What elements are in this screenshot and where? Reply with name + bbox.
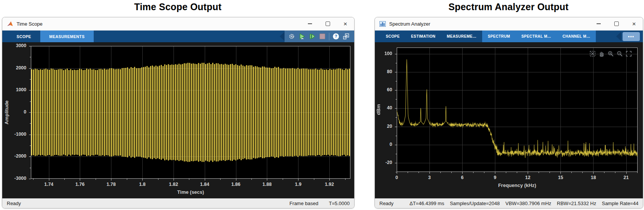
dock-icon[interactable] xyxy=(343,33,350,40)
spectrum-analyzer-window: Spectrum Analyzer × SCOPEESTIMATIONMEASU… xyxy=(375,17,643,208)
x-tick-label: 1.88 xyxy=(262,182,271,187)
status-value: ΔT=46.4399 ms xyxy=(410,201,444,206)
x-tick-label: 1.76 xyxy=(75,182,84,187)
x-axis-label: Time (secs) xyxy=(31,189,350,195)
tab-measurements[interactable]: MEASUREMENTS xyxy=(40,31,94,42)
spectrum-analyzer-app-icon xyxy=(379,21,386,27)
status-value: T=5.0000 xyxy=(329,201,350,206)
fit-view-icon[interactable] xyxy=(589,51,596,57)
time-scope-plot-canvas xyxy=(28,43,353,182)
step-forward-icon[interactable] xyxy=(309,33,316,40)
x-tick-label: 1.9 xyxy=(295,182,301,187)
plot-zoom-toolbar xyxy=(589,51,632,57)
spectrum-tab-bar-dark: SCOPEESTIMATIONMEASUREME… xyxy=(380,31,482,42)
status-value: RBW=21.5332 Hz xyxy=(557,201,596,206)
window-title: Spectrum Analyzer xyxy=(389,21,430,27)
window-controls: × xyxy=(301,17,354,30)
status-value: Samples/Update=2048 xyxy=(450,201,500,206)
collapse-chevron-icon xyxy=(280,32,285,41)
y-axis-label: Amplitude xyxy=(3,46,9,179)
x-axis-label: Frequency (kHz) xyxy=(397,182,638,188)
status-value: Frame based xyxy=(289,201,318,206)
scope-run-controls: ? xyxy=(285,31,354,42)
spectrum-statusbar: Ready ΔT=46.4399 msSamples/Update=2048VB… xyxy=(375,198,643,208)
spectrum-analyzer-titlebar[interactable]: Spectrum Analyzer × xyxy=(375,17,643,31)
tab-scope[interactable]: SCOPE xyxy=(8,31,40,42)
x-tick-label: 0 xyxy=(396,175,398,180)
time-scope-heading: Time Scope Output xyxy=(2,2,354,12)
spectrum-analyzer-toolstrip: SCOPEESTIMATIONMEASUREME… SPECTRUMSPECTR… xyxy=(375,31,643,42)
zoom-out-icon[interactable] xyxy=(617,51,623,57)
x-tick-label: 9 xyxy=(494,175,496,180)
close-button[interactable]: × xyxy=(625,17,643,30)
x-tick-label: 1.78 xyxy=(107,182,116,187)
time-scope-toolstrip: SCOPEMEASUREMENTS ? xyxy=(2,31,354,42)
close-button[interactable]: × xyxy=(336,17,354,30)
close-icon: × xyxy=(344,21,347,27)
status-text: Ready xyxy=(379,201,410,206)
status-measurement-segments: ΔT=46.4399 msSamples/Update=2048VBW=380.… xyxy=(410,201,638,206)
tab-spectral-m[interactable]: SPECTRAL M… xyxy=(516,31,557,42)
pan-icon[interactable] xyxy=(598,51,605,57)
minimize-icon xyxy=(308,23,312,24)
x-tick-label: 3 xyxy=(428,175,431,180)
expand-icon[interactable] xyxy=(626,51,632,57)
spectrum-analyzer-heading: Spectrum Analyzer Output xyxy=(375,2,642,12)
help-icon[interactable]: ? xyxy=(332,33,340,40)
status-text: Ready xyxy=(7,201,37,206)
x-tick-label: 6 xyxy=(461,175,464,180)
run-icon[interactable] xyxy=(298,33,306,40)
minimize-icon xyxy=(597,23,601,24)
window-title: Time Scope xyxy=(17,21,43,27)
x-tick-label: 18 xyxy=(591,175,596,180)
x-tick-label: 1.84 xyxy=(200,182,209,187)
time-scope-plot-area: 1.741.761.781.81.821.841.861.881.91.9230… xyxy=(2,42,354,198)
more-tabs-button[interactable]: ••• xyxy=(623,32,640,41)
time-scope-titlebar[interactable]: Time Scope × xyxy=(2,17,354,31)
x-tick-label: 1.74 xyxy=(44,182,53,187)
tab-scope[interactable]: SCOPE xyxy=(380,31,405,42)
svg-text:?: ? xyxy=(335,34,337,38)
x-tick-label: 12 xyxy=(525,175,530,180)
minimize-button[interactable] xyxy=(301,17,319,30)
tab-channel-m[interactable]: CHANNEL M… xyxy=(557,31,596,42)
maximize-icon xyxy=(326,21,330,26)
time-scope-window: Time Scope × SCOPEMEASUREMENTS ? 1.741.7… xyxy=(2,17,355,208)
time-scope-statusbar: Ready Frame basedT=5.0000 xyxy=(2,198,354,208)
x-tick-label: 1.86 xyxy=(231,182,240,187)
matlab-logo-icon xyxy=(7,21,14,27)
time-scope-toolbar: ? xyxy=(280,31,354,42)
tab-measureme[interactable]: MEASUREME… xyxy=(441,31,482,42)
spectrum-plot-area: 036912151821100806040200-20Frequency (kH… xyxy=(375,42,643,198)
x-tick-label: 15 xyxy=(558,175,563,180)
status-value: VBW=380.7906 mHz xyxy=(505,201,551,206)
toolbar-divider xyxy=(329,33,329,40)
minimize-button[interactable] xyxy=(590,17,607,30)
zoom-in-icon[interactable] xyxy=(607,51,614,57)
close-icon: × xyxy=(632,21,636,27)
maximize-icon xyxy=(614,21,619,26)
tab-estimation[interactable]: ESTIMATION xyxy=(405,31,441,42)
window-controls: × xyxy=(590,17,643,30)
spectrum-toolbar-overflow: ••• xyxy=(616,31,643,42)
y-axis-label: dBm xyxy=(376,48,381,172)
tab-spectrum[interactable]: SPECTRUM xyxy=(482,31,516,42)
x-tick-label: 1.82 xyxy=(169,182,178,187)
collapse-chevron-icon xyxy=(616,32,621,41)
x-tick-label: 1.92 xyxy=(325,182,334,187)
maximize-button[interactable] xyxy=(319,17,336,30)
maximize-button[interactable] xyxy=(607,17,625,30)
spectrum-plot-canvas xyxy=(394,44,641,175)
stop-icon[interactable] xyxy=(319,33,326,40)
settings-icon[interactable] xyxy=(288,33,295,40)
status-value: Sample Rate=44. xyxy=(602,201,638,206)
status-right-segments: Frame basedT=5.0000 xyxy=(289,201,350,206)
time-scope-tab-bar: SCOPEMEASUREMENTS xyxy=(8,31,94,42)
x-tick-label: 1.8 xyxy=(139,182,145,187)
x-tick-label: 21 xyxy=(624,175,629,180)
spectrum-tab-bar-light: SPECTRUMSPECTRAL M…CHANNEL M… xyxy=(482,31,596,42)
